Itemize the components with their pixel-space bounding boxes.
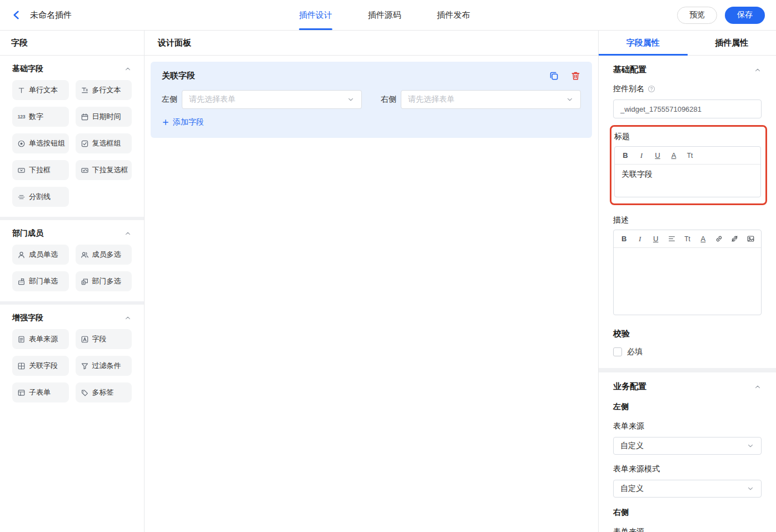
field-item-dropdown-multi[interactable]: 下拉复选框 [76, 160, 132, 180]
subform-icon [17, 388, 26, 397]
chevron-up-icon[interactable] [754, 383, 762, 391]
tab-plugin-source[interactable]: 插件源码 [368, 0, 401, 30]
tab-plugin-design[interactable]: 插件设计 [299, 0, 332, 30]
checkbox-group-icon [80, 139, 89, 148]
field-item-form-source[interactable]: 表单来源 [12, 329, 69, 349]
field-item-radio-button-group[interactable]: 单选按钮组 [12, 133, 69, 153]
field-item-dept-multi[interactable]: 部门多选 [76, 271, 132, 291]
business-config-title: 业务配置 [613, 381, 646, 392]
title-input[interactable]: 关联字段 [615, 165, 760, 197]
tab-plugin-properties[interactable]: 插件属性 [688, 31, 776, 55]
field-group-header[interactable]: 基础字段 [12, 63, 132, 80]
underline-icon[interactable]: U [651, 235, 660, 243]
basic-config-header: 基础配置 [613, 64, 762, 75]
add-field-button[interactable]: 添加字段 [162, 117, 204, 127]
field-group-header[interactable]: 增强字段 [12, 312, 132, 329]
canvas-body: 关联字段 左侧 请先选择表单 [145, 56, 598, 532]
chevron-up-icon [124, 65, 132, 73]
field-item-label: 部门单选 [29, 276, 58, 286]
canvas-title: 设计面板 [158, 38, 191, 48]
italic-icon[interactable]: I [635, 235, 644, 243]
right-form-select[interactable]: 请先选择表单 [401, 90, 581, 109]
field-group-title: 基础字段 [12, 64, 43, 74]
properties-tabs: 字段属性插件属性 [599, 31, 776, 56]
field-icon [80, 335, 89, 344]
form-source-mode-select[interactable]: 自定义 [613, 480, 762, 498]
align-icon[interactable] [667, 235, 675, 243]
topbar: 未命名插件 插件设计插件源码插件发布 预览 保存 [0, 0, 776, 31]
field-group-title: 增强字段 [12, 313, 43, 323]
field-item-label: 部门多选 [92, 276, 121, 286]
unlink-icon[interactable] [730, 235, 739, 243]
field-groups: 基础字段单行文本多行文本123数字日期时间单选按钮组复选框组下拉框下拉复选框分割… [0, 56, 144, 532]
bold-icon[interactable]: B [620, 235, 628, 243]
field-item-single-line-text[interactable]: 单行文本 [12, 80, 69, 100]
font-color-icon[interactable]: A [669, 151, 678, 160]
dept-multi-icon [80, 277, 89, 286]
save-button[interactable]: 保存 [725, 7, 765, 24]
field-item-dropdown[interactable]: 下拉框 [12, 160, 69, 180]
field-item-member-single[interactable]: 成员单选 [12, 245, 69, 265]
back-icon[interactable] [11, 9, 22, 21]
italic-icon[interactable]: I [637, 151, 646, 160]
font-size-icon[interactable]: Tt [685, 151, 694, 160]
field-item-related-field[interactable]: 关联字段 [12, 356, 69, 376]
left-side-label: 左侧 [162, 95, 177, 105]
field-item-label: 成员单选 [29, 250, 58, 260]
field-item-member-multi[interactable]: 成员多选 [76, 245, 132, 265]
field-item-label: 表单来源 [29, 334, 58, 344]
tab-field-properties[interactable]: 字段属性 [599, 31, 688, 55]
field-group-header[interactable]: 部门成员 [12, 227, 132, 245]
field-item-label: 字段 [92, 334, 107, 344]
font-color-icon[interactable]: A [699, 235, 707, 243]
right-side-group: 右侧 请先选择表单 [381, 90, 581, 109]
form-source-value: 自定义 [620, 441, 742, 451]
font-size-icon[interactable]: Tt [683, 235, 692, 243]
field-item-number[interactable]: 123数字 [12, 107, 69, 127]
chevron-up-icon[interactable] [754, 66, 762, 74]
link-icon[interactable] [715, 235, 723, 243]
image-icon[interactable] [747, 235, 755, 243]
preview-button[interactable]: 预览 [677, 7, 717, 24]
delete-icon[interactable] [570, 71, 581, 81]
field-group-enhanced-fields: 增强字段表单来源字段关联字段过滤条件子表单多标签 [0, 301, 144, 412]
help-icon[interactable] [648, 85, 655, 93]
field-item-label: 关联字段 [29, 361, 58, 371]
tab-plugin-publish[interactable]: 插件发布 [437, 0, 470, 30]
topbar-left: 未命名插件 [11, 9, 72, 21]
related-field-card[interactable]: 关联字段 左侧 请先选择表单 [151, 62, 592, 138]
field-item-multi-tag[interactable]: 多标签 [76, 382, 132, 402]
field-group-department-members: 部门成员成员单选成员多选部门单选部门多选 [0, 217, 144, 301]
field-group-title: 部门成员 [12, 228, 43, 238]
field-item-subform[interactable]: 子表单 [12, 382, 69, 402]
chevron-up-icon [124, 314, 132, 322]
chevron-down-icon [347, 96, 355, 103]
required-checkbox[interactable]: 必填 [613, 347, 762, 357]
form-source-label: 表单来源 [613, 421, 762, 431]
form-source-select[interactable]: 自定义 [613, 437, 762, 455]
field-item-dept-single[interactable]: 部门单选 [12, 271, 69, 291]
underline-icon[interactable]: U [653, 151, 662, 160]
text-multi-icon [80, 86, 89, 95]
bold-icon[interactable]: B [621, 151, 630, 160]
field-item-checkbox-group[interactable]: 复选框组 [76, 133, 132, 153]
field-item-field[interactable]: 字段 [76, 329, 132, 349]
field-item-divider[interactable]: 分割线 [12, 187, 69, 207]
left-form-select-placeholder: 请先选择表单 [189, 95, 342, 105]
field-card-selects-row: 左侧 请先选择表单 右侧 请先选择表单 [162, 90, 581, 109]
left-side-group: 左侧 请先选择表单 [162, 90, 362, 109]
field-item-filter-condition[interactable]: 过滤条件 [76, 356, 132, 376]
properties-panel: 字段属性插件属性 基础配置 控件别名 标题 BIUA [598, 31, 776, 532]
right-form-select-placeholder: 请先选择表单 [408, 95, 561, 105]
validation-heading: 校验 [613, 329, 762, 339]
field-item-multi-line-text[interactable]: 多行文本 [76, 80, 132, 100]
left-form-select[interactable]: 请先选择表单 [182, 90, 362, 109]
field-item-label: 日期时间 [92, 112, 121, 122]
canvas-header: 设计面板 [145, 31, 598, 56]
description-input[interactable] [614, 248, 761, 315]
alias-input[interactable] [613, 100, 762, 118]
plus-icon [162, 118, 170, 126]
field-item-datetime[interactable]: 日期时间 [76, 107, 132, 127]
description-label: 描述 [613, 215, 762, 225]
copy-icon[interactable] [549, 71, 559, 81]
